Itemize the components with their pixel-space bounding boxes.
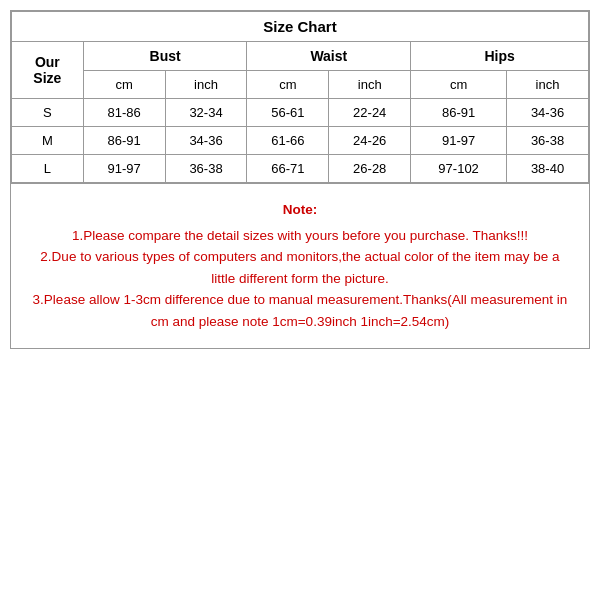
title-row: Size Chart (12, 12, 589, 42)
header-row-main: OurSize Bust Waist Hips (12, 42, 589, 71)
size-s: S (12, 99, 84, 127)
note-section: Note: 1.Please compare the detail sizes … (11, 183, 589, 348)
hips-inch-l: 38-40 (507, 155, 589, 183)
waist-cm-l: 66-71 (247, 155, 329, 183)
bust-cm-l: 91-97 (83, 155, 165, 183)
header-row-sub: cm inch cm inch cm inch (12, 71, 589, 99)
waist-header: Waist (247, 42, 411, 71)
note-line-3: 3.Please allow 1-3cm difference due to m… (31, 289, 569, 332)
note-title: Note: (31, 199, 569, 221)
hips-inch-m: 36-38 (507, 127, 589, 155)
bust-cm-s: 81-86 (83, 99, 165, 127)
bust-inch-m: 34-36 (165, 127, 247, 155)
hips-header: Hips (411, 42, 589, 71)
table-row: L 91-97 36-38 66-71 26-28 97-102 38-40 (12, 155, 589, 183)
table-row: M 86-91 34-36 61-66 24-26 91-97 36-38 (12, 127, 589, 155)
size-table: Size Chart OurSize Bust Waist Hips cm in… (11, 11, 589, 183)
hips-cm-s: 86-91 (411, 99, 507, 127)
waist-inch-header: inch (329, 71, 411, 99)
waist-cm-s: 56-61 (247, 99, 329, 127)
bust-cm-header: cm (83, 71, 165, 99)
size-l: L (12, 155, 84, 183)
our-size-header: OurSize (12, 42, 84, 99)
bust-header: Bust (83, 42, 247, 71)
bust-cm-m: 86-91 (83, 127, 165, 155)
hips-cm-m: 91-97 (411, 127, 507, 155)
note-line-1: 1.Please compare the detail sizes with y… (31, 225, 569, 247)
waist-cm-header: cm (247, 71, 329, 99)
waist-inch-s: 22-24 (329, 99, 411, 127)
size-chart-container: Size Chart OurSize Bust Waist Hips cm in… (10, 10, 590, 349)
table-row: S 81-86 32-34 56-61 22-24 86-91 34-36 (12, 99, 589, 127)
waist-inch-l: 26-28 (329, 155, 411, 183)
size-m: M (12, 127, 84, 155)
hips-inch-s: 34-36 (507, 99, 589, 127)
bust-inch-s: 32-34 (165, 99, 247, 127)
hips-inch-header: inch (507, 71, 589, 99)
note-line-2: 2.Due to various types of computers and … (31, 246, 569, 289)
hips-cm-header: cm (411, 71, 507, 99)
waist-inch-m: 24-26 (329, 127, 411, 155)
bust-inch-header: inch (165, 71, 247, 99)
hips-cm-l: 97-102 (411, 155, 507, 183)
waist-cm-m: 61-66 (247, 127, 329, 155)
table-title: Size Chart (12, 12, 589, 42)
bust-inch-l: 36-38 (165, 155, 247, 183)
